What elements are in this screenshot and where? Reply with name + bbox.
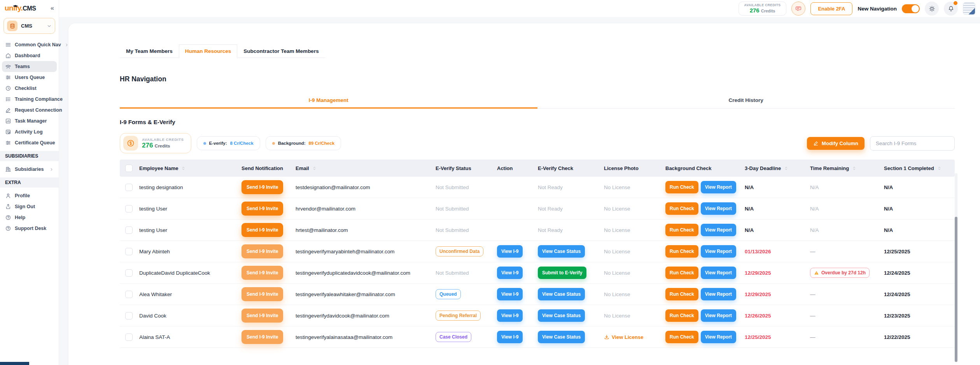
run-check-button[interactable]: Run Check bbox=[665, 309, 698, 322]
view-i9-button[interactable]: View I-9 bbox=[497, 331, 523, 343]
view-i9-button[interactable]: View I-9 bbox=[497, 267, 523, 279]
workspace-selector[interactable]: CMS bbox=[4, 18, 55, 34]
background-rate-value: 89 Cr/Check bbox=[309, 141, 334, 146]
row-checkbox[interactable] bbox=[125, 291, 133, 298]
select-all-checkbox[interactable] bbox=[125, 165, 133, 172]
run-check-button[interactable]: Run Check bbox=[665, 331, 698, 343]
view-case-status-button[interactable]: View Case Status bbox=[538, 288, 585, 300]
sidebar-item-certificate-queue[interactable]: Certificate Queue bbox=[2, 137, 57, 148]
section1-value: N/A bbox=[884, 227, 893, 233]
view-case-status-button[interactable]: View Case Status bbox=[538, 245, 585, 258]
tab-human-resources[interactable]: Human Resources bbox=[179, 44, 238, 58]
deadline-value: N/A bbox=[745, 184, 754, 190]
search-i9-input[interactable] bbox=[870, 136, 955, 151]
sidebar-item-help[interactable]: Help bbox=[2, 212, 57, 223]
send-i9-invite-button[interactable]: Send I-9 Invite bbox=[242, 244, 283, 258]
sort-icon[interactable] bbox=[937, 166, 942, 170]
column-header-label: Background Check bbox=[665, 165, 711, 171]
sliders-icon bbox=[5, 140, 11, 146]
row-checkbox[interactable] bbox=[125, 184, 133, 191]
run-check-button[interactable]: Run Check bbox=[665, 245, 698, 258]
column-header-email[interactable]: Email bbox=[296, 165, 436, 171]
deadline-cell: 12/25/2025 bbox=[745, 334, 810, 340]
row-checkbox[interactable] bbox=[125, 269, 133, 277]
theme-sun-icon[interactable] bbox=[925, 2, 939, 16]
tab-my-team-members[interactable]: My Team Members bbox=[120, 44, 179, 58]
license-photo-cell: No License bbox=[604, 313, 665, 319]
sort-icon[interactable] bbox=[852, 166, 856, 170]
view-report-button[interactable]: View Report bbox=[701, 309, 736, 322]
sidebar-item-common-quick-nav[interactable]: Common Quick Nav bbox=[2, 39, 57, 50]
send-i9-invite-button[interactable]: Send I-9 Invite bbox=[242, 309, 283, 323]
row-checkbox[interactable] bbox=[125, 205, 133, 212]
background-check-cell: Run CheckView Report bbox=[665, 309, 745, 322]
view-i9-button[interactable]: View I-9 bbox=[497, 288, 523, 300]
modify-column-button[interactable]: Modify Column bbox=[807, 137, 864, 150]
sidebar-item-dashboard[interactable]: Dashboard bbox=[2, 50, 57, 61]
send-i9-invite-button[interactable]: Send I-9 Invite bbox=[242, 202, 283, 216]
view-report-button[interactable]: View Report bbox=[701, 202, 736, 215]
row-checkbox[interactable] bbox=[125, 248, 133, 255]
sort-icon[interactable] bbox=[312, 166, 317, 170]
background-check-cell: Run CheckView Report bbox=[665, 181, 745, 193]
view-case-status-button[interactable]: View Case Status bbox=[538, 309, 585, 322]
tab-i9-management[interactable]: I-9 Management bbox=[120, 93, 537, 109]
sidebar-item-support-desk[interactable]: Support Desk bbox=[2, 223, 57, 234]
row-checkbox[interactable] bbox=[125, 333, 133, 341]
sidebar-item-training-compliance[interactable]: Training Compliance bbox=[2, 94, 57, 105]
sidebar-item-sign-out[interactable]: Sign Out bbox=[2, 201, 57, 212]
signout-icon bbox=[5, 204, 11, 210]
submit-to-everify-button[interactable]: Submit to E-Verify bbox=[538, 267, 586, 279]
sidebar-collapse-icon[interactable]: « bbox=[51, 5, 54, 11]
notifications-bell-icon[interactable] bbox=[944, 2, 958, 16]
sidebar-item-label: Task Manager bbox=[15, 118, 54, 124]
user-avatar[interactable] bbox=[963, 2, 975, 15]
run-check-button[interactable]: Run Check bbox=[665, 267, 698, 279]
run-check-button[interactable]: Run Check bbox=[665, 202, 698, 215]
everify-status-badge: Unconfirmed Data bbox=[436, 246, 483, 256]
view-report-button[interactable]: View Report bbox=[701, 181, 736, 193]
send-i9-invite-button[interactable]: Send I-9 Invite bbox=[242, 180, 283, 194]
enable-2fa-button[interactable]: Enable 2FA bbox=[810, 2, 852, 15]
column-header-3-day-deadline[interactable]: 3-Day Deadline bbox=[745, 165, 810, 171]
content-card: My Team MembersHuman ResourcesSubcontrac… bbox=[68, 23, 980, 365]
sidebar-item-checklist[interactable]: Checklist bbox=[2, 83, 57, 94]
run-check-button[interactable]: Run Check bbox=[665, 288, 698, 300]
send-i9-invite-button[interactable]: Send I-9 Invite bbox=[242, 287, 283, 301]
section-title: I-9 Forms & E-Verify bbox=[120, 119, 955, 125]
column-header-section-1-completed[interactable]: Section 1 Completed bbox=[884, 165, 954, 171]
sidebar-item-profile[interactable]: Profile bbox=[2, 190, 57, 201]
send-i9-invite-button[interactable]: Send I-9 Invite bbox=[242, 330, 283, 344]
view-i9-button[interactable]: View I-9 bbox=[497, 245, 523, 258]
sort-icon[interactable] bbox=[181, 166, 186, 170]
tab-subcontractor-team-members[interactable]: Subcontractor Team Members bbox=[237, 44, 325, 58]
sidebar-item-users-queue[interactable]: Users Queue bbox=[2, 72, 57, 83]
send-i9-invite-button[interactable]: Send I-9 Invite bbox=[242, 266, 283, 280]
row-checkbox[interactable] bbox=[125, 312, 133, 319]
table-scrollbar-thumb[interactable] bbox=[955, 217, 957, 362]
new-navigation-toggle[interactable] bbox=[902, 4, 920, 13]
sidebar-item-activity-log[interactable]: Activity Log bbox=[2, 126, 57, 137]
table-scrollbar-track[interactable] bbox=[955, 173, 957, 362]
view-i9-button[interactable]: View I-9 bbox=[497, 309, 523, 322]
column-header-employee-name[interactable]: Employee Name bbox=[139, 165, 242, 171]
sidebar-item-subsidiaries[interactable]: Subsidiaries bbox=[2, 164, 57, 175]
run-check-button[interactable]: Run Check bbox=[665, 224, 698, 236]
view-report-button[interactable]: View Report bbox=[701, 267, 736, 279]
run-check-button[interactable]: Run Check bbox=[665, 181, 698, 193]
sidebar-item-teams[interactable]: Teams bbox=[2, 61, 57, 72]
row-checkbox[interactable] bbox=[125, 226, 133, 234]
view-license-link[interactable]: View License bbox=[604, 334, 643, 340]
view-report-button[interactable]: View Report bbox=[701, 224, 736, 236]
sort-icon[interactable] bbox=[784, 166, 788, 170]
view-report-button[interactable]: View Report bbox=[701, 331, 736, 343]
sidebar-item-request-connection[interactable]: Request Connection bbox=[2, 105, 57, 116]
send-i9-invite-button[interactable]: Send I-9 Invite bbox=[242, 223, 283, 237]
view-report-button[interactable]: View Report bbox=[701, 245, 736, 258]
view-report-button[interactable]: View Report bbox=[701, 288, 736, 300]
sidebar-item-task-manager[interactable]: Task Manager bbox=[2, 116, 57, 126]
chat-icon[interactable] bbox=[791, 2, 805, 16]
column-header-time-remaining[interactable]: Time Remaining bbox=[810, 165, 884, 171]
view-case-status-button[interactable]: View Case Status bbox=[538, 331, 585, 343]
tab-credit-history[interactable]: Credit History bbox=[537, 93, 955, 109]
